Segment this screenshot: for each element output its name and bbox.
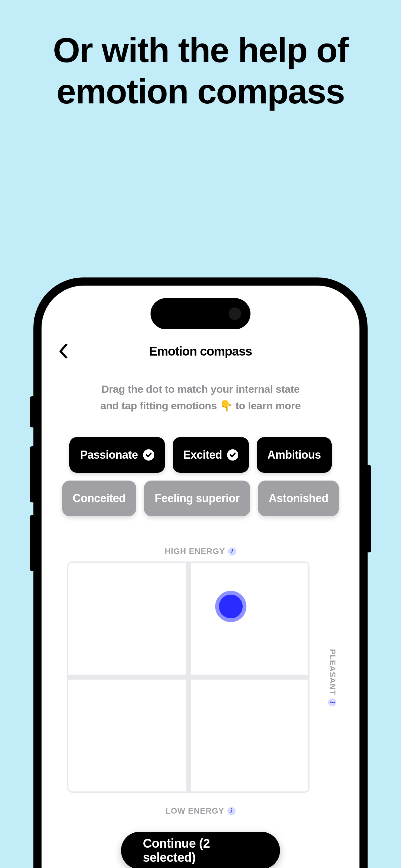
axis-label-high-energy: HIGH ENERGY i xyxy=(165,547,236,556)
phone-screen: Emotion compass Drag the dot to match yo… xyxy=(41,286,360,868)
emotion-chip-excited[interactable]: Excited xyxy=(173,437,249,473)
info-icon[interactable]: i xyxy=(228,548,236,556)
info-icon[interactable]: i xyxy=(227,807,235,815)
compass-dot[interactable] xyxy=(215,591,246,622)
emotion-chip-group: Passionate Excited Ambitious Conceited xyxy=(54,437,347,516)
marketing-headline: Or with the help of emotion compass xyxy=(0,30,401,112)
instructions-text: Drag the dot to match your internal stat… xyxy=(54,381,347,414)
emotion-chip-label: Excited xyxy=(183,448,222,462)
info-icon[interactable]: i xyxy=(328,698,336,707)
continue-button[interactable]: Continue (2 selected) xyxy=(121,832,280,868)
instructions-line-2-pre: and tap fitting emotions xyxy=(100,400,220,411)
page-title: Emotion compass xyxy=(149,344,252,359)
volume-down-button xyxy=(30,515,34,571)
axis-label-pleasant: PLEASANT i xyxy=(327,649,337,707)
pointing-down-icon: 👇 xyxy=(220,400,233,411)
emotion-chip-label: Feeling superior xyxy=(155,492,239,505)
silence-switch xyxy=(30,396,34,428)
power-button xyxy=(367,465,371,552)
check-icon xyxy=(227,449,238,461)
axis-label-low-energy: LOW ENERGY i xyxy=(166,806,235,816)
chevron-left-icon xyxy=(59,344,68,359)
emotion-chip-label: Astonished xyxy=(269,492,328,505)
emotion-chip-conceited[interactable]: Conceited xyxy=(62,480,136,516)
continue-button-label: Continue (2 selected) xyxy=(143,836,258,865)
instructions-line-2-post: to learn more xyxy=(233,400,301,411)
emotion-chip-ambitious[interactable]: Ambitious xyxy=(257,437,332,473)
emotion-chip-label: Ambitious xyxy=(267,448,321,462)
instructions-line-1: Drag the dot to match your internal stat… xyxy=(101,383,300,395)
axis-text: PLEASANT xyxy=(327,649,337,695)
check-icon xyxy=(143,449,154,461)
emotion-chip-label: Conceited xyxy=(73,492,126,505)
nav-header: Emotion compass xyxy=(54,339,347,364)
emotion-chip-astonished[interactable]: Astonished xyxy=(258,480,339,516)
emotion-chip-feeling-superior[interactable]: Feeling superior xyxy=(144,480,250,516)
emotion-chip-label: Passionate xyxy=(80,448,138,462)
axis-text: LOW ENERGY xyxy=(166,806,224,816)
emotion-chip-passionate[interactable]: Passionate xyxy=(69,437,165,473)
phone-frame: Emotion compass Drag the dot to match yo… xyxy=(33,277,368,868)
volume-up-button xyxy=(30,446,34,502)
axis-text: HIGH ENERGY xyxy=(165,547,225,556)
emotion-compass-grid[interactable] xyxy=(67,561,309,793)
back-button[interactable] xyxy=(54,342,73,361)
